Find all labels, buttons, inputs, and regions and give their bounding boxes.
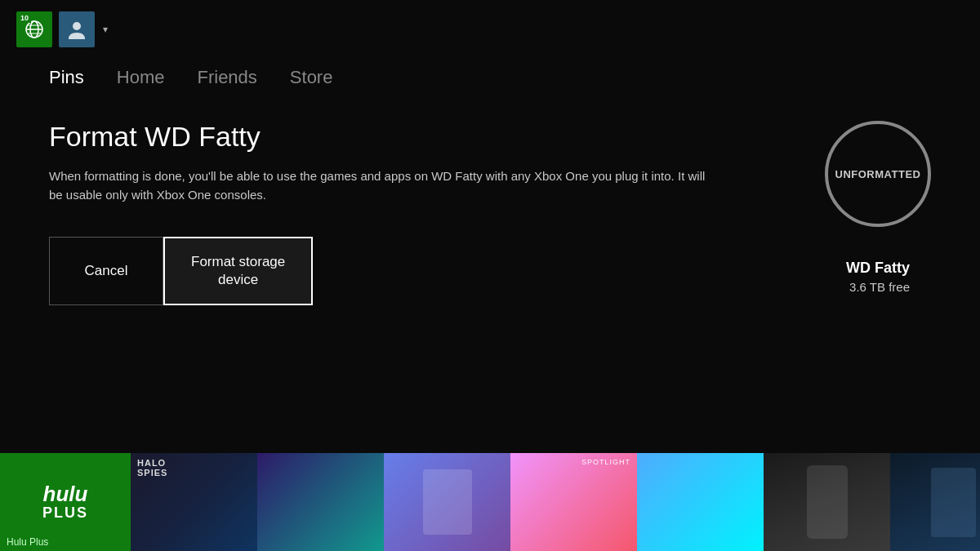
hulu-plus-label: PLUS: [42, 504, 88, 522]
device-info: WD Fatty 3.6 TB free: [846, 260, 910, 294]
navigation: Pins Home Friends Store: [0, 59, 980, 96]
tile-game-2[interactable]: [257, 453, 384, 551]
top-bar: 10 ▾: [0, 0, 980, 59]
tile-game-4[interactable]: SPOTLIGHT: [510, 453, 637, 551]
tile-game-1[interactable]: HALOSPIES: [131, 453, 257, 551]
left-section: Format WD Fatty When formatting is done,…: [49, 121, 743, 305]
tiles-strip: hulu PLUS Hulu Plus HALOSPIES SPOTLIGHT: [0, 453, 980, 551]
buttons-row: Cancel Format storagedevice: [49, 237, 743, 305]
spotlight-label: SPOTLIGHT: [581, 458, 630, 466]
right-column: UNFORMATTED WD Fatty 3.6 TB free: [825, 121, 931, 294]
svg-point-5: [73, 22, 81, 30]
tile-game-5[interactable]: [637, 453, 764, 551]
tile-game-3[interactable]: [384, 453, 510, 551]
main-content: Format WD Fatty When formatting is done,…: [0, 113, 980, 313]
tile-hulu[interactable]: hulu PLUS Hulu Plus: [0, 453, 131, 551]
tile-game-7[interactable]: [890, 453, 980, 551]
notification-badge: 10: [18, 13, 31, 23]
tile-game-6[interactable]: [764, 453, 890, 551]
nav-item-pins[interactable]: Pins: [49, 67, 84, 88]
globe-avatar[interactable]: 10: [16, 11, 52, 47]
profile-avatar[interactable]: [59, 11, 95, 47]
page-title: Format WD Fatty: [49, 121, 743, 153]
unformatted-circle: UNFORMATTED: [825, 121, 931, 227]
format-storage-button[interactable]: Format storagedevice: [163, 237, 313, 305]
nav-item-home[interactable]: Home: [117, 67, 165, 88]
hulu-logo: hulu: [43, 483, 88, 504]
device-storage: 3.6 TB free: [849, 280, 910, 294]
cancel-button[interactable]: Cancel: [49, 237, 163, 305]
hulu-tile-label: Hulu Plus: [7, 536, 48, 548]
nav-item-store[interactable]: Store: [290, 67, 333, 88]
nav-item-friends[interactable]: Friends: [197, 67, 256, 88]
description-text: When formatting is done, you'll be able …: [49, 167, 719, 204]
device-name: WD Fatty: [846, 260, 910, 277]
profile-chevron-icon[interactable]: ▾: [103, 24, 108, 35]
